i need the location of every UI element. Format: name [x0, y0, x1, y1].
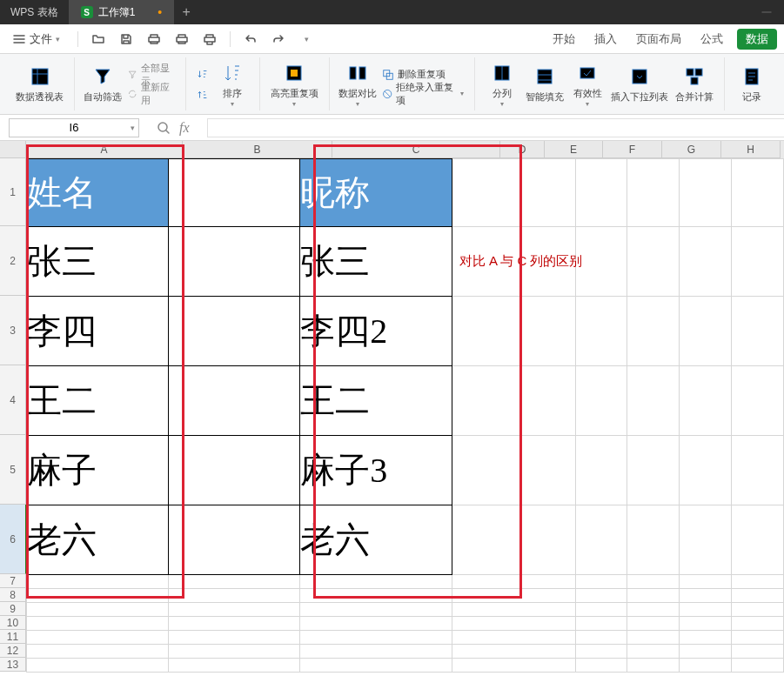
reapply-button[interactable]: 重新应用: [124, 85, 178, 103]
cell-H2[interactable]: [732, 227, 784, 297]
cell-G7[interactable]: [680, 575, 732, 589]
tab-data[interactable]: 数据: [737, 29, 777, 50]
cell-F8[interactable]: [627, 589, 680, 603]
cell-H5[interactable]: [732, 436, 784, 505]
cell-B4[interactable]: [169, 366, 300, 436]
cell-D10[interactable]: [452, 617, 576, 631]
tab-insert[interactable]: 插入: [589, 28, 622, 50]
cell-E9[interactable]: [576, 603, 627, 617]
open-button[interactable]: [87, 28, 110, 50]
cell-D13[interactable]: [452, 659, 576, 673]
cell-F11[interactable]: [627, 631, 680, 645]
cell-F6[interactable]: [627, 505, 680, 575]
row-header-4[interactable]: 4: [0, 365, 26, 435]
cell-C13[interactable]: [300, 659, 452, 673]
row-header-12[interactable]: 12: [0, 644, 26, 658]
highlight-duplicates-button[interactable]: 高亮重复项: [267, 58, 322, 110]
cell-G8[interactable]: [680, 589, 732, 603]
cell-E2[interactable]: [576, 227, 627, 297]
row-header-10[interactable]: 10: [0, 616, 26, 630]
new-tab-button[interactable]: +: [174, 0, 198, 24]
auto-filter-button[interactable]: 自动筛选: [82, 58, 124, 110]
undo-button[interactable]: [239, 28, 262, 50]
cell-D12[interactable]: [452, 645, 576, 659]
cell-E3[interactable]: [576, 297, 627, 366]
insert-dropdown-button[interactable]: 插入下拉列表: [607, 58, 672, 110]
reject-duplicates-button[interactable]: 拒绝录入重复项▾: [379, 85, 467, 103]
cell-C9[interactable]: [300, 603, 452, 617]
column-header-f[interactable]: F: [603, 141, 662, 158]
cell-G1[interactable]: [680, 159, 732, 227]
cell-D11[interactable]: [452, 631, 576, 645]
cell-B5[interactable]: [169, 436, 300, 505]
row-header-5[interactable]: 5: [0, 435, 26, 505]
cell-G13[interactable]: [680, 659, 732, 673]
cell-D9[interactable]: [452, 603, 576, 617]
cell-H7[interactable]: [732, 575, 784, 589]
cell-B12[interactable]: [169, 645, 300, 659]
data-validation-button[interactable]: 有效性: [567, 58, 607, 110]
cell-C11[interactable]: [300, 631, 452, 645]
text-to-columns-button[interactable]: 分列: [482, 58, 522, 110]
row-header-9[interactable]: 9: [0, 602, 26, 616]
cell-F3[interactable]: [627, 297, 680, 366]
worksheet-area[interactable]: ABCDEFGH 12345678910111213 姓名昵称张三张三对比 A …: [0, 141, 784, 696]
cell-H13[interactable]: [732, 659, 784, 673]
cell-F2[interactable]: [627, 227, 680, 297]
cell-H4[interactable]: [732, 366, 784, 436]
cell-B2[interactable]: [169, 227, 300, 297]
cell-G12[interactable]: [680, 645, 732, 659]
cell-grid[interactable]: 姓名昵称张三张三对比 A 与 C 列的区别李四李四2王二王二麻子麻子3老六老六: [26, 158, 784, 696]
save-button[interactable]: [115, 28, 137, 50]
cell-H1[interactable]: [732, 159, 784, 227]
cell-B3[interactable]: [169, 297, 300, 366]
cell-E1[interactable]: [576, 159, 627, 227]
print-preview-button[interactable]: [143, 28, 165, 50]
cell-E6[interactable]: [576, 505, 627, 575]
cell-H9[interactable]: [732, 603, 784, 617]
row-header-13[interactable]: 13: [0, 658, 26, 672]
cell-A9[interactable]: [27, 603, 169, 617]
cell-F12[interactable]: [627, 645, 680, 659]
row-header-11[interactable]: 11: [0, 630, 26, 644]
cell-F5[interactable]: [627, 436, 680, 505]
select-all-corner[interactable]: [0, 141, 26, 158]
quick-access-more-button[interactable]: ▾: [295, 28, 318, 50]
consolidate-button[interactable]: 合并计算: [672, 58, 717, 110]
cell-B10[interactable]: [169, 617, 300, 631]
redo-button[interactable]: [267, 28, 290, 50]
cell-E8[interactable]: [576, 589, 627, 603]
cell-E4[interactable]: [576, 366, 627, 436]
cell-G5[interactable]: [680, 436, 732, 505]
cell-E5[interactable]: [576, 436, 627, 505]
data-compare-button[interactable]: 数据对比: [337, 58, 379, 110]
column-header-e[interactable]: E: [545, 141, 603, 158]
workbook-tab[interactable]: S 工作簿1 •: [69, 0, 175, 24]
cell-B11[interactable]: [169, 631, 300, 645]
record-button[interactable]: 记录: [732, 58, 772, 110]
cell-B8[interactable]: [169, 589, 300, 603]
cell-E10[interactable]: [576, 617, 627, 631]
pivot-table-button[interactable]: 数据透视表: [12, 58, 67, 110]
row-header-6[interactable]: 6: [0, 505, 26, 574]
row-header-1[interactable]: 1: [0, 158, 26, 226]
cell-H3[interactable]: [732, 297, 784, 366]
cell-A11[interactable]: [27, 631, 169, 645]
print-direct-button[interactable]: [198, 28, 221, 50]
tab-home[interactable]: 开始: [547, 28, 580, 50]
tab-page-layout[interactable]: 页面布局: [631, 28, 687, 50]
cell-H10[interactable]: [732, 617, 784, 631]
cell-H6[interactable]: [732, 505, 784, 575]
print-button[interactable]: [171, 28, 193, 50]
cell-B1[interactable]: [169, 159, 300, 227]
zoom-icon[interactable]: [157, 121, 171, 135]
cell-G6[interactable]: [680, 505, 732, 575]
cell-B13[interactable]: [169, 659, 300, 673]
cell-G3[interactable]: [680, 297, 732, 366]
row-header-3[interactable]: 3: [0, 296, 26, 365]
cell-G10[interactable]: [680, 617, 732, 631]
cell-F9[interactable]: [627, 603, 680, 617]
row-header-2[interactable]: 2: [0, 226, 26, 296]
row-headers[interactable]: 12345678910111213: [0, 158, 26, 672]
fx-icon[interactable]: fx: [179, 120, 190, 136]
